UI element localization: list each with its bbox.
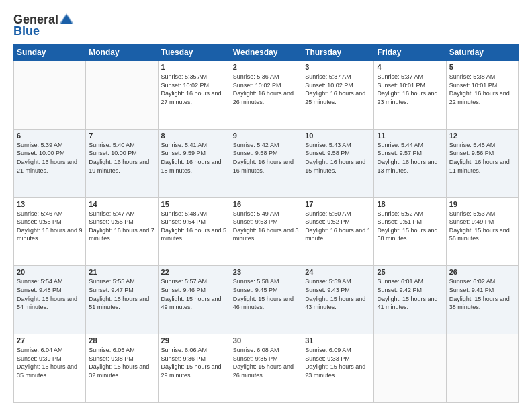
- week-row-4: 20Sunrise: 5:54 AM Sunset: 9:48 PM Dayli…: [14, 266, 519, 334]
- day-number: 12: [449, 132, 515, 140]
- day-cell: 6Sunrise: 5:39 AM Sunset: 10:00 PM Dayli…: [14, 129, 86, 197]
- day-cell: 20Sunrise: 5:54 AM Sunset: 9:48 PM Dayli…: [14, 266, 86, 334]
- day-info: Sunrise: 6:01 AM Sunset: 9:42 PM Dayligh…: [377, 277, 443, 311]
- day-info: Sunrise: 5:42 AM Sunset: 9:58 PM Dayligh…: [233, 141, 299, 175]
- day-number: 8: [161, 132, 227, 140]
- day-cell: [86, 61, 158, 130]
- week-row-3: 13Sunrise: 5:46 AM Sunset: 9:55 PM Dayli…: [14, 197, 519, 266]
- day-number: 10: [305, 132, 371, 140]
- day-info: Sunrise: 5:47 AM Sunset: 9:55 PM Dayligh…: [89, 210, 154, 243]
- day-info: Sunrise: 5:37 AM Sunset: 10:01 PM Daylig…: [377, 73, 443, 106]
- day-info: Sunrise: 5:37 AM Sunset: 10:02 PM Daylig…: [305, 73, 371, 106]
- day-info: Sunrise: 5:38 AM Sunset: 10:01 PM Daylig…: [449, 73, 515, 106]
- day-info: Sunrise: 6:09 AM Sunset: 9:33 PM Dayligh…: [305, 346, 371, 379]
- col-header-friday: Friday: [374, 44, 446, 61]
- day-number: 14: [89, 200, 154, 208]
- day-cell: 1Sunrise: 5:35 AM Sunset: 10:02 PM Dayli…: [158, 61, 230, 130]
- day-cell: 26Sunrise: 6:02 AM Sunset: 9:41 PM Dayli…: [446, 266, 518, 334]
- day-info: Sunrise: 5:40 AM Sunset: 10:00 PM Daylig…: [89, 141, 154, 175]
- day-number: 5: [449, 63, 515, 71]
- day-info: Sunrise: 5:44 AM Sunset: 9:57 PM Dayligh…: [377, 141, 443, 175]
- day-cell: 15Sunrise: 5:48 AM Sunset: 9:54 PM Dayli…: [158, 197, 230, 266]
- day-number: 4: [377, 63, 443, 71]
- day-number: 23: [233, 268, 299, 276]
- day-number: 13: [17, 200, 83, 208]
- day-number: 26: [449, 268, 515, 276]
- day-cell: 7Sunrise: 5:40 AM Sunset: 10:00 PM Dayli…: [86, 129, 158, 197]
- calendar-header-row: SundayMondayTuesdayWednesdayThursdayFrid…: [14, 44, 519, 61]
- day-cell: 19Sunrise: 5:53 AM Sunset: 9:49 PM Dayli…: [446, 197, 518, 266]
- day-number: 18: [377, 200, 443, 208]
- calendar-table: SundayMondayTuesdayWednesdayThursdayFrid…: [13, 44, 519, 403]
- day-cell: 2Sunrise: 5:36 AM Sunset: 10:02 PM Dayli…: [230, 61, 302, 130]
- day-info: Sunrise: 5:58 AM Sunset: 9:45 PM Dayligh…: [233, 277, 299, 311]
- day-number: 27: [17, 336, 83, 345]
- day-number: 9: [233, 132, 299, 140]
- day-info: Sunrise: 5:41 AM Sunset: 9:59 PM Dayligh…: [161, 141, 227, 175]
- day-cell: 29Sunrise: 6:06 AM Sunset: 9:36 PM Dayli…: [158, 334, 230, 403]
- day-info: Sunrise: 5:36 AM Sunset: 10:02 PM Daylig…: [233, 73, 299, 106]
- day-info: Sunrise: 5:39 AM Sunset: 10:00 PM Daylig…: [17, 141, 83, 175]
- day-number: 25: [377, 268, 443, 276]
- day-cell: 23Sunrise: 5:58 AM Sunset: 9:45 PM Dayli…: [230, 266, 302, 334]
- col-header-saturday: Saturday: [446, 44, 518, 61]
- day-info: Sunrise: 5:59 AM Sunset: 9:43 PM Dayligh…: [305, 277, 371, 311]
- day-cell: 10Sunrise: 5:43 AM Sunset: 9:58 PM Dayli…: [302, 129, 374, 197]
- day-info: Sunrise: 5:45 AM Sunset: 9:56 PM Dayligh…: [449, 141, 515, 175]
- day-cell: [446, 334, 518, 403]
- day-cell: 11Sunrise: 5:44 AM Sunset: 9:57 PM Dayli…: [374, 129, 446, 197]
- day-number: 31: [305, 336, 371, 345]
- day-cell: 24Sunrise: 5:59 AM Sunset: 9:43 PM Dayli…: [302, 266, 374, 334]
- logo: General Blue: [13, 12, 74, 38]
- day-info: Sunrise: 5:49 AM Sunset: 9:53 PM Dayligh…: [233, 210, 299, 243]
- day-info: Sunrise: 5:35 AM Sunset: 10:02 PM Daylig…: [161, 73, 227, 106]
- day-number: 16: [233, 200, 299, 208]
- day-info: Sunrise: 6:08 AM Sunset: 9:35 PM Dayligh…: [233, 346, 299, 379]
- logo-icon: [59, 12, 74, 27]
- day-number: 15: [161, 200, 227, 208]
- day-number: 30: [233, 336, 299, 345]
- day-cell: 17Sunrise: 5:50 AM Sunset: 9:52 PM Dayli…: [302, 197, 374, 266]
- day-cell: 14Sunrise: 5:47 AM Sunset: 9:55 PM Dayli…: [86, 197, 158, 266]
- day-number: 21: [89, 268, 154, 276]
- day-info: Sunrise: 5:48 AM Sunset: 9:54 PM Dayligh…: [161, 210, 227, 243]
- logo-blue: Blue: [13, 24, 40, 38]
- day-info: Sunrise: 6:04 AM Sunset: 9:39 PM Dayligh…: [17, 346, 83, 379]
- day-cell: 30Sunrise: 6:08 AM Sunset: 9:35 PM Dayli…: [230, 334, 302, 403]
- header: General Blue: [13, 12, 519, 38]
- col-header-thursday: Thursday: [302, 44, 374, 61]
- day-number: 22: [161, 268, 227, 276]
- day-cell: 3Sunrise: 5:37 AM Sunset: 10:02 PM Dayli…: [302, 61, 374, 130]
- day-cell: 28Sunrise: 6:05 AM Sunset: 9:38 PM Dayli…: [86, 334, 158, 403]
- day-cell: 21Sunrise: 5:55 AM Sunset: 9:47 PM Dayli…: [86, 266, 158, 334]
- day-number: 3: [305, 63, 371, 71]
- day-info: Sunrise: 5:52 AM Sunset: 9:51 PM Dayligh…: [377, 210, 443, 243]
- day-number: 6: [17, 132, 83, 140]
- page: General Blue SundayMondayTuesdayWednesda…: [0, 0, 532, 411]
- day-cell: 22Sunrise: 5:57 AM Sunset: 9:46 PM Dayli…: [158, 266, 230, 334]
- day-cell: [374, 334, 446, 403]
- week-row-2: 6Sunrise: 5:39 AM Sunset: 10:00 PM Dayli…: [14, 129, 519, 197]
- week-row-1: 1Sunrise: 5:35 AM Sunset: 10:02 PM Dayli…: [14, 61, 519, 130]
- day-number: 20: [17, 268, 83, 276]
- day-info: Sunrise: 5:55 AM Sunset: 9:47 PM Dayligh…: [89, 277, 154, 311]
- day-cell: 8Sunrise: 5:41 AM Sunset: 9:59 PM Daylig…: [158, 129, 230, 197]
- col-header-sunday: Sunday: [14, 44, 86, 61]
- day-number: 17: [305, 200, 371, 208]
- day-info: Sunrise: 6:02 AM Sunset: 9:41 PM Dayligh…: [449, 277, 515, 311]
- day-cell: 18Sunrise: 5:52 AM Sunset: 9:51 PM Dayli…: [374, 197, 446, 266]
- day-cell: 9Sunrise: 5:42 AM Sunset: 9:58 PM Daylig…: [230, 129, 302, 197]
- day-number: 7: [89, 132, 154, 140]
- day-cell: 25Sunrise: 6:01 AM Sunset: 9:42 PM Dayli…: [374, 266, 446, 334]
- day-cell: 16Sunrise: 5:49 AM Sunset: 9:53 PM Dayli…: [230, 197, 302, 266]
- day-cell: 13Sunrise: 5:46 AM Sunset: 9:55 PM Dayli…: [14, 197, 86, 266]
- week-row-5: 27Sunrise: 6:04 AM Sunset: 9:39 PM Dayli…: [14, 334, 519, 403]
- day-info: Sunrise: 6:05 AM Sunset: 9:38 PM Dayligh…: [89, 346, 154, 379]
- day-info: Sunrise: 5:53 AM Sunset: 9:49 PM Dayligh…: [449, 210, 515, 243]
- day-cell: 27Sunrise: 6:04 AM Sunset: 9:39 PM Dayli…: [14, 334, 86, 403]
- day-number: 2: [233, 63, 299, 71]
- day-cell: 5Sunrise: 5:38 AM Sunset: 10:01 PM Dayli…: [446, 61, 518, 130]
- day-info: Sunrise: 5:50 AM Sunset: 9:52 PM Dayligh…: [305, 210, 371, 243]
- day-cell: [14, 61, 86, 130]
- day-number: 1: [161, 63, 227, 71]
